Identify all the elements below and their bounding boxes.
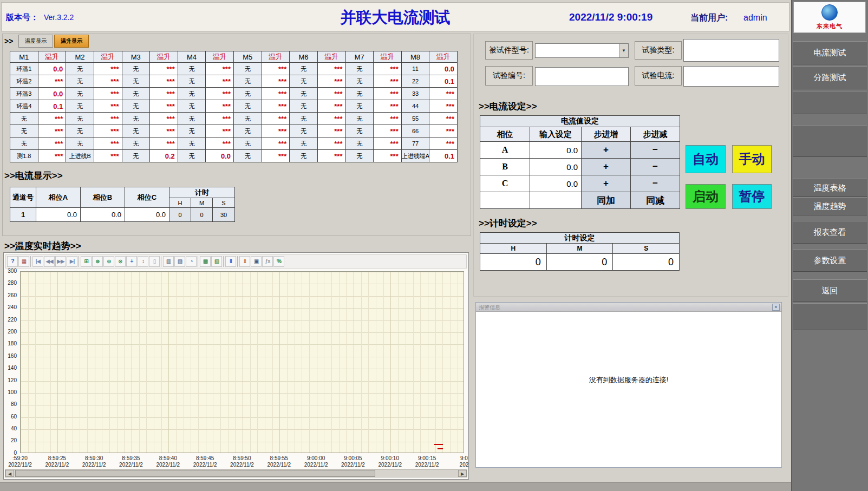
time-range-icon[interactable]: ◔ <box>186 256 197 267</box>
step-increase-button[interactable]: + <box>582 159 631 175</box>
sidebar-button[interactable]: 参数设置 <box>793 249 867 272</box>
temp-table-cell: 0.0 <box>429 63 458 75</box>
temp-table-cell: *** <box>94 125 122 138</box>
temp-table-cell: 无 <box>234 138 262 150</box>
device-model-select[interactable]: ▼ <box>535 43 629 58</box>
auto-button[interactable]: 自动 <box>686 145 726 173</box>
nav-first-icon[interactable]: |◀ <box>32 256 43 267</box>
tile-grid-icon[interactable]: ▥ <box>163 256 174 267</box>
timer-setting-value-input[interactable]: 0 <box>613 254 680 271</box>
cursor-y-icon[interactable]: ⇕ <box>239 256 250 267</box>
nav-prev-icon[interactable]: ◀◀ <box>44 256 55 267</box>
phase-setpoint-input[interactable]: 0.0 <box>530 159 582 175</box>
nav-last-icon[interactable]: ▶| <box>67 256 77 267</box>
temp-table-cell: 环温2 <box>10 75 38 88</box>
x-axis-date: 2022/11/2 <box>298 462 334 468</box>
sidebar: 东来电气 电流测试 分路测试 温度表格 温度趋势 报表查看 参数设置 返回 <box>791 0 868 491</box>
pan-icon[interactable]: + <box>126 256 137 267</box>
timer-setting-value-input[interactable]: 0 <box>480 254 547 271</box>
phase-setpoint-input[interactable]: 0.0 <box>530 142 582 159</box>
timer-s-header: S <box>213 198 235 208</box>
close-icon[interactable]: × <box>772 304 780 311</box>
tab[interactable]: 温升显示 <box>54 35 89 48</box>
nav-next-icon[interactable]: ▶▶ <box>55 256 66 267</box>
step-decrease-button[interactable]: 同减 <box>631 192 680 209</box>
test-type-input[interactable] <box>683 39 779 62</box>
step-decrease-button[interactable]: − <box>631 175 680 192</box>
scale-fit-icon[interactable]: ▣ <box>251 256 262 267</box>
save-chart-icon[interactable]: ▦ <box>18 256 29 267</box>
x-axis-time: 8:59:35 <box>113 455 149 462</box>
temp-table-cell: *** <box>374 113 402 125</box>
step-increase-button[interactable]: + <box>582 142 631 159</box>
page-title: 并联大电流测试 <box>2 7 789 29</box>
temp-table-cell: 66 <box>401 125 429 138</box>
sidebar-button <box>793 126 867 157</box>
temp-table-cell: 22 <box>401 75 429 88</box>
test-number-input[interactable] <box>535 67 629 86</box>
temp-table-cell: *** <box>317 88 345 100</box>
sidebar-button[interactable]: 报表查看 <box>793 221 867 244</box>
step-decrease-button[interactable]: − <box>631 159 680 175</box>
scroll-right-icon[interactable]: ▶ <box>458 470 467 477</box>
sidebar-button[interactable]: 分路测试 <box>793 66 867 89</box>
temp-table-cell: *** <box>38 113 66 125</box>
temp-table-cell: 无 <box>66 100 94 113</box>
zoom-in-icon[interactable]: ⊕ <box>92 256 103 267</box>
sidebar-button[interactable]: 返回 <box>793 279 867 302</box>
temp-table-cell: *** <box>429 138 458 150</box>
current-setting-body: A 0.0 + − B 0.0 + − C 0.0 + − <box>480 142 680 209</box>
fx-icon[interactable]: ƒx <box>262 256 273 267</box>
temp-table-cell: 无 <box>122 113 150 125</box>
phase-setpoint-input[interactable] <box>530 192 582 209</box>
chart-scrollbar[interactable]: ◀ ▶ <box>5 469 467 477</box>
scroll-left-icon[interactable]: ◀ <box>5 470 14 477</box>
zoom-out-icon[interactable]: ⊖ <box>103 256 114 267</box>
temp-table-cell: 无 <box>122 150 150 162</box>
temp-table-cell: 环温4 <box>10 100 38 113</box>
zoom-reset-icon[interactable]: ⊙ <box>115 256 126 267</box>
tabs-prefix: >> <box>4 37 13 45</box>
step-decrease-button[interactable]: − <box>631 142 680 159</box>
y-axis-label: 100 <box>8 390 17 395</box>
start-button[interactable]: 启动 <box>686 184 726 209</box>
temp-table-cell: 无 <box>178 88 206 100</box>
manual-button[interactable]: 手动 <box>732 145 772 173</box>
zoom-window-icon[interactable]: ⊞ <box>81 256 92 267</box>
temp-table-row: 环温10.0无***无***无***无***无***无***110.0 <box>10 63 458 75</box>
temp-table-cell: 无 <box>290 100 318 113</box>
temp-table-cell: *** <box>262 88 290 100</box>
temp-table-cell: *** <box>150 138 178 150</box>
legend-icon[interactable]: ▯ <box>149 256 160 267</box>
sidebar-button[interactable]: 温度趋势 <box>793 197 867 215</box>
scroll-track[interactable] <box>375 470 458 477</box>
step-increase-button[interactable]: + <box>582 175 631 192</box>
x-axis-time: 8:59:55 <box>261 455 297 462</box>
step-increase-button[interactable]: 同加 <box>582 192 631 209</box>
y-axis-label: 180 <box>8 341 17 346</box>
timer-setting-value-input[interactable]: 0 <box>546 254 613 271</box>
tile-columns-icon[interactable]: ▨ <box>174 256 185 267</box>
y-scale-icon[interactable]: ↕ <box>138 256 148 267</box>
temp-table-header-cell: 温升 <box>94 51 122 63</box>
percent-icon[interactable]: % <box>273 256 284 267</box>
sidebar-button[interactable]: 温度表格 <box>793 179 867 197</box>
phase-setpoint-input[interactable]: 0.0 <box>530 175 582 192</box>
current-user-label: 当前用户: <box>690 12 728 24</box>
temp-table-cell: 77 <box>401 138 429 150</box>
tab[interactable]: 温度显示 <box>18 35 53 48</box>
timer-setting-header-cell: S <box>613 244 680 254</box>
sidebar-button[interactable]: 电流测试 <box>793 41 867 64</box>
temp-table-cell: 无 <box>234 63 262 75</box>
export-data-icon[interactable]: ▧ <box>211 256 222 267</box>
scroll-thumb[interactable] <box>15 470 375 477</box>
dropdown-arrow-icon[interactable]: ▼ <box>619 44 628 57</box>
copy-data-icon[interactable]: ▩ <box>200 256 211 267</box>
test-current-input[interactable] <box>683 66 779 87</box>
temp-table-header-cell: M4 <box>178 51 206 63</box>
temp-table-cell: *** <box>94 88 122 100</box>
pause-button[interactable]: 暂停 <box>732 184 772 209</box>
help-icon[interactable]: ? <box>7 256 18 267</box>
pause-icon[interactable]: ‖ <box>225 256 236 267</box>
temp-table-cell: 无 <box>178 75 206 88</box>
